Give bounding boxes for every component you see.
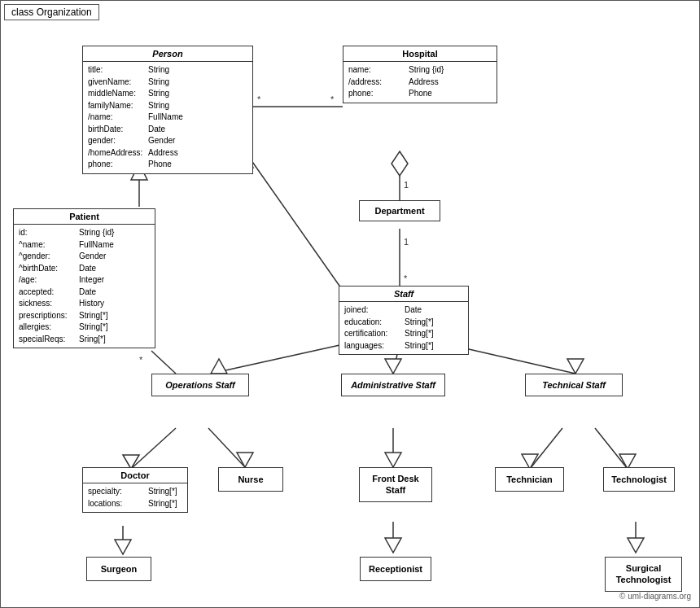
svg-marker-4 [392, 151, 408, 176]
staff-attrs: joined:Date education:String[*] certific… [339, 302, 468, 354]
operations-staff-class: Operations Staff [151, 374, 249, 396]
administrative-staff-class: Administrative Staff [341, 374, 445, 396]
surgical-technologist-class: Surgical Technologist [605, 557, 682, 592]
surgeon-class: Surgeon [86, 557, 151, 581]
svg-text:1: 1 [404, 180, 409, 190]
receptionist-class: Receptionist [360, 557, 431, 581]
svg-text:*: * [404, 273, 408, 283]
svg-marker-28 [385, 453, 401, 467]
svg-marker-19 [567, 359, 584, 374]
person-class: Person title:String givenName:String mid… [82, 46, 253, 174]
uml-diagram: class Organization * * 1 * 1 * [0, 0, 700, 608]
technologist-class: Technologist [603, 467, 675, 492]
svg-text:*: * [330, 94, 335, 104]
hospital-class: Hospital name:String {id} /address:Addre… [343, 46, 497, 103]
svg-marker-36 [385, 538, 401, 553]
person-attrs: title:String givenName:String middleName… [83, 62, 252, 173]
svg-marker-38 [628, 538, 644, 553]
svg-marker-26 [237, 453, 253, 467]
diagram-title: class Organization [4, 4, 99, 20]
technical-staff-class: Technical Staff [525, 374, 623, 396]
svg-marker-15 [211, 359, 227, 374]
technician-class: Technician [495, 467, 564, 492]
svg-marker-34 [115, 540, 131, 554]
svg-line-31 [595, 428, 628, 469]
copyright: © uml-diagrams.org [619, 592, 691, 601]
svg-line-12 [245, 151, 351, 302]
svg-line-29 [530, 428, 562, 469]
patient-class: Patient id:String {id} ^name:FullName ^g… [13, 208, 155, 348]
svg-text:*: * [257, 94, 261, 104]
staff-class: Staff joined:Date education:String[*] ce… [339, 286, 469, 355]
department-class: Department [359, 200, 440, 221]
svg-line-23 [131, 428, 176, 469]
nurse-class: Nurse [218, 467, 283, 492]
svg-line-25 [208, 428, 245, 467]
doctor-attrs: specialty:String[*] locations:String[*] [83, 483, 187, 512]
svg-line-14 [211, 343, 351, 374]
svg-text:1: 1 [404, 237, 409, 247]
svg-text:*: * [139, 355, 143, 365]
svg-line-20 [151, 351, 176, 374]
hospital-attrs: name:String {id} /address:Address phone:… [343, 62, 497, 103]
patient-attrs: id:String {id} ^name:FullName ^gender:Ge… [14, 225, 155, 348]
svg-marker-17 [385, 359, 401, 374]
doctor-class: Doctor specialty:String[*] locations:Str… [82, 467, 188, 513]
front-desk-staff-class: Front Desk Staff [359, 467, 432, 502]
